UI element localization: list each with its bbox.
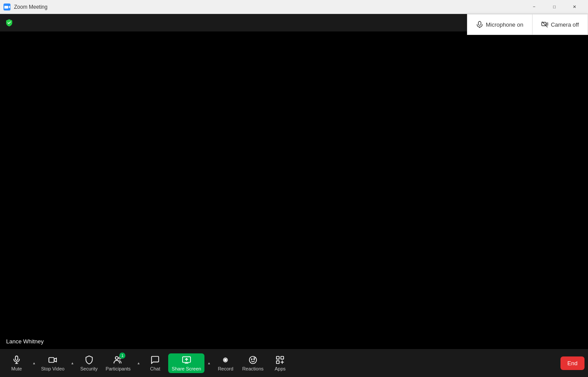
mute-group: Mute ▲: [3, 353, 38, 373]
close-button[interactable]: ✕: [564, 0, 585, 14]
maximize-button[interactable]: □: [544, 0, 564, 14]
reactions-label: Reactions: [242, 366, 263, 371]
mute-chevron[interactable]: ▲: [31, 356, 38, 370]
record-label: Record: [218, 366, 233, 371]
svg-rect-8: [49, 357, 54, 362]
record-btn-icon: [221, 355, 230, 365]
participant-name-overlay: Lance Whitney: [3, 337, 46, 346]
svg-point-13: [225, 359, 227, 361]
status-popup: Microphone on Camera off: [467, 14, 588, 35]
main-video-area: Lance Whitney: [0, 31, 588, 349]
camera-icon: [541, 21, 548, 28]
share-screen-group: Share Screen ▲: [168, 353, 212, 373]
participant-count-badge: 1: [119, 353, 125, 359]
microphone-status: Microphone on: [467, 14, 532, 35]
mute-label: Mute: [11, 366, 22, 371]
mute-button[interactable]: Mute: [3, 353, 30, 373]
participants-chevron[interactable]: ▲: [135, 356, 142, 370]
reactions-btn-icon: [248, 355, 258, 365]
video-btn-icon: [48, 355, 58, 365]
security-btn-icon: [84, 355, 94, 365]
apps-label: Apps: [275, 366, 286, 371]
participants-button[interactable]: 1 Participants: [102, 353, 134, 373]
reactions-group: Reactions: [239, 353, 267, 373]
microphone-icon: [476, 21, 483, 28]
apps-group: Apps: [267, 353, 293, 373]
window-title: Zoom Meeting: [14, 4, 521, 10]
svg-point-14: [249, 356, 257, 363]
svg-rect-5: [15, 356, 18, 360]
participants-label: Participants: [106, 366, 131, 371]
svg-rect-17: [277, 356, 279, 359]
participants-btn-icon: 1: [113, 355, 123, 365]
camera-status: Camera off: [532, 14, 588, 35]
svg-point-16: [254, 359, 255, 360]
chat-group: Chat: [142, 353, 168, 373]
record-group: Record: [212, 353, 239, 373]
minimize-button[interactable]: −: [524, 0, 544, 14]
shield-icon: [5, 19, 13, 27]
security-label: Security: [80, 366, 98, 371]
share-screen-btn-icon: [182, 355, 191, 365]
camera-status-label: Camera off: [551, 21, 579, 28]
svg-point-9: [115, 356, 118, 359]
record-button[interactable]: Record: [212, 353, 239, 373]
window-controls: − □ ✕: [524, 0, 585, 14]
chat-label: Chat: [150, 366, 160, 371]
participants-group: 1 Participants ▲: [102, 353, 142, 373]
svg-rect-19: [277, 360, 279, 363]
stop-video-label: Stop Video: [41, 366, 65, 371]
toolbar: Mute ▲ Stop Video ▲ Security: [0, 349, 588, 377]
video-chevron[interactable]: ▲: [69, 356, 76, 370]
security-button[interactable]: Security: [76, 353, 102, 373]
stop-video-button[interactable]: Stop Video: [38, 353, 68, 373]
chat-btn-icon: [150, 355, 160, 365]
title-bar: Zoom Meeting − □ ✕: [0, 0, 588, 14]
share-screen-label: Share Screen: [172, 366, 201, 371]
app-logo: [3, 3, 10, 10]
svg-point-15: [251, 359, 252, 360]
share-screen-button[interactable]: Share Screen: [168, 353, 204, 373]
apps-button[interactable]: Apps: [267, 353, 293, 373]
share-screen-chevron[interactable]: ▲: [205, 356, 212, 370]
microphone-status-label: Microphone on: [486, 21, 523, 28]
apps-btn-icon: [275, 355, 285, 365]
security-group: Security: [76, 353, 102, 373]
svg-rect-1: [478, 21, 481, 25]
microphone-btn-icon: [12, 355, 21, 365]
stop-video-group: Stop Video ▲: [38, 353, 76, 373]
reactions-button[interactable]: Reactions: [239, 353, 267, 373]
chat-button[interactable]: Chat: [142, 353, 168, 373]
svg-rect-18: [281, 356, 284, 359]
end-button[interactable]: End: [560, 356, 585, 370]
